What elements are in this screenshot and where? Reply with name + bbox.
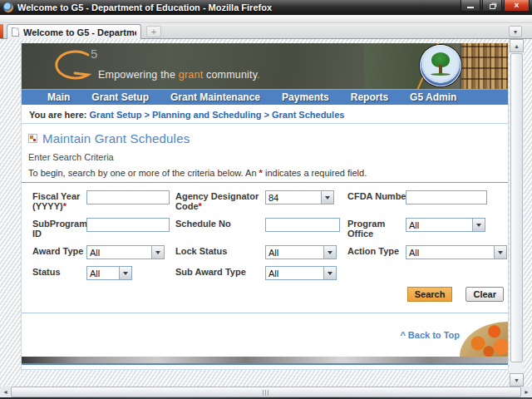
fiscal-year-input[interactable]	[86, 190, 170, 204]
vertical-scrollbar[interactable]: ▲ ▼	[510, 39, 524, 387]
instructions: To begin, search by one or more of the c…	[28, 168, 508, 178]
nav-reports[interactable]: Reports	[340, 91, 399, 103]
main-navigation: Main Grant Setup Grant Maintenance Payme…	[22, 89, 508, 105]
scroll-down-arrow[interactable]: ▼	[510, 373, 524, 387]
lock-status-label: Lock Status	[175, 244, 265, 259]
search-button[interactable]: Search	[407, 287, 453, 302]
agency-designator-code-label: Agency Designator Code*	[175, 190, 265, 211]
cfda-number-label: CFDA Number	[347, 190, 406, 211]
dropdown-arrow-icon[interactable]	[321, 191, 333, 204]
program-office-label: Program Office	[347, 217, 406, 239]
action-type-select[interactable]: All	[406, 245, 507, 259]
tab-label: Welcome to G5 - Departmen...	[23, 27, 136, 37]
nav-grant-setup[interactable]: Grant Setup	[81, 91, 160, 103]
list-tabs-button[interactable]: ▾	[509, 26, 522, 37]
breadcrumb: You are here: Grant Setup > Planning and…	[22, 105, 508, 124]
close-button[interactable]: ×	[504, 0, 530, 12]
agency-designator-code-select[interactable]: 84	[265, 190, 334, 204]
tab-strip-accent	[0, 24, 3, 38]
restore-button[interactable]	[482, 0, 502, 12]
broken-image-icon	[28, 134, 37, 143]
g5-header-banner: 5 Empowering the grant community.	[22, 43, 508, 89]
section-heading: Enter Search Criteria	[28, 152, 508, 162]
page-title: Maintain Grant Schedules	[42, 131, 190, 145]
lock-status-select[interactable]: All	[265, 245, 337, 259]
page-footer: [ FOIA ] [ Privacy ] [ Security ] [ Noti…	[22, 365, 508, 370]
tab-bar: Welcome to G5 - Departmen... + ▾	[0, 23, 532, 39]
horizontal-scrollbar[interactable]: ◄ ►	[0, 387, 532, 397]
restore-icon	[490, 4, 495, 9]
bookshelf-image	[461, 43, 508, 89]
clear-button[interactable]: Clear	[466, 287, 504, 302]
dropdown-arrow-icon[interactable]	[119, 267, 131, 279]
sub-award-type-label: Sub Award Type	[175, 265, 265, 280]
tagline: Empowering the grant community.	[98, 69, 260, 81]
toolbar-strip	[0, 15, 532, 23]
program-office-select[interactable]: All	[406, 218, 485, 232]
scroll-grip	[263, 390, 269, 396]
award-type-label: Award Type	[32, 244, 86, 259]
action-type-label: Action Type	[347, 244, 406, 259]
firefox-icon	[3, 2, 13, 12]
new-tab-button[interactable]: +	[146, 26, 161, 37]
status-select[interactable]: All	[86, 266, 132, 280]
page-content: 5 Empowering the grant community. Main G…	[21, 43, 509, 370]
scroll-left-arrow[interactable]: ◄	[0, 387, 11, 397]
nav-main[interactable]: Main	[37, 91, 81, 103]
dropdown-arrow-icon[interactable]	[472, 219, 485, 231]
dropdown-arrow-icon[interactable]	[151, 246, 164, 259]
scroll-right-arrow[interactable]: ►	[521, 387, 532, 397]
fiscal-year-label: Fiscal Year (YYYY)*	[32, 190, 86, 211]
minimize-button[interactable]	[461, 0, 480, 12]
form-buttons: Search Clear	[22, 287, 504, 302]
vertical-scroll-thumb[interactable]	[510, 53, 523, 362]
minimize-icon	[467, 7, 474, 8]
subprogram-id-input[interactable]	[86, 218, 170, 232]
scroll-up-arrow[interactable]: ▲	[510, 39, 524, 52]
schedule-no-input[interactable]	[265, 218, 340, 232]
schedule-no-label: Schedule No	[175, 217, 265, 239]
footer-divider-band	[22, 357, 508, 365]
page-title-row: Maintain Grant Schedules	[28, 131, 508, 145]
status-label: Status	[32, 265, 86, 280]
window-title: Welcome to G5 - Department of Education …	[17, 2, 272, 12]
dropdown-arrow-icon[interactable]	[323, 246, 336, 259]
dropdown-arrow-icon[interactable]	[494, 246, 506, 259]
g5-logo-five: 5	[91, 47, 97, 61]
cfda-number-input[interactable]	[406, 190, 487, 204]
page-bottom-zone: ^ Back to Top	[22, 313, 508, 357]
award-type-select[interactable]: All	[86, 245, 165, 259]
search-criteria-form: Fiscal Year (YYYY)* Agency Designator Co…	[32, 190, 508, 280]
classroom-chairs-image	[460, 322, 508, 357]
horizontal-scroll-thumb[interactable]	[11, 387, 521, 397]
sub-award-type-select[interactable]: All	[265, 266, 337, 280]
tab-welcome-g5[interactable]: Welcome to G5 - Departmen...	[7, 24, 141, 39]
window-controls: ×	[459, 0, 532, 15]
divider	[22, 182, 508, 183]
subprogram-id-label: SubProgram ID	[32, 217, 86, 239]
dropdown-arrow-icon[interactable]	[323, 267, 336, 279]
browser-viewport: 5 Empowering the grant community. Main G…	[0, 39, 532, 387]
department-of-education-seal	[420, 45, 461, 86]
nav-payments[interactable]: Payments	[271, 91, 340, 103]
breadcrumb-prefix: You are here:	[29, 110, 90, 120]
breadcrumb-links[interactable]: Grant Setup > Planning and Scheduling > …	[90, 110, 345, 120]
page-icon	[12, 27, 19, 37]
window-titlebar[interactable]: Welcome to G5 - Department of Education …	[0, 0, 532, 15]
nav-g5-admin[interactable]: G5 Admin	[399, 91, 467, 103]
nav-grant-maintenance[interactable]: Grant Maintenance	[160, 91, 271, 103]
back-to-top-link[interactable]: ^ Back to Top	[400, 330, 460, 340]
